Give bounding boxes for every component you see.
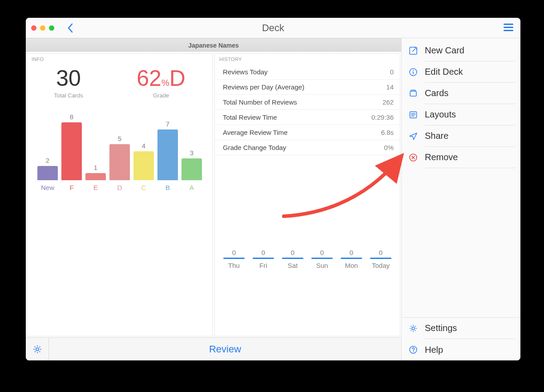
zoom-window-button[interactable] [49, 25, 54, 31]
grade-percent-sign: % [161, 78, 169, 88]
history-row: Total Review Time0:29:36 [215, 110, 400, 125]
share-icon [408, 132, 419, 141]
sidebar-item-settings[interactable]: Settings [402, 318, 520, 339]
history-row-label: Total Number of Reviews [223, 98, 297, 106]
day-label: Fri [252, 262, 275, 269]
info-icon [408, 68, 419, 77]
day-label: Today [369, 262, 392, 269]
sidebar-item-label: Settings [425, 323, 457, 333]
history-row-value: 6.8s [381, 129, 394, 136]
day-value: 0 [310, 249, 334, 256]
bar [181, 158, 202, 180]
day-bar [341, 258, 362, 259]
bar-value-label: 8 [70, 113, 73, 121]
bar [109, 144, 130, 180]
bar [157, 129, 178, 180]
sidebar-item-remove[interactable]: Remove [402, 147, 520, 168]
history-panel-title: HISTORY [215, 54, 400, 65]
bar-a: 3A [181, 149, 203, 191]
day-value: 0 [369, 249, 392, 256]
day-label: Sun [310, 262, 334, 269]
window-title: Deck [26, 22, 520, 34]
sidebar-item-label: Cards [425, 88, 448, 98]
new-card-icon [408, 46, 419, 55]
settings-icon [408, 324, 419, 333]
history-row-label: Total Review Time [223, 113, 277, 121]
svg-point-6 [413, 70, 414, 71]
sidebar-item-label: New Card [425, 45, 464, 56]
grades-bar-chart: 2New8F1E5D4C7B3A [27, 107, 212, 191]
main-content: Japanese Names INFO 30 Total Cards 62%D [26, 38, 401, 360]
remove-icon [408, 153, 419, 162]
back-button[interactable] [67, 23, 74, 33]
grade-value: 62 [137, 66, 161, 91]
history-panel: HISTORY Reviews Today0Reviews per Day (A… [214, 53, 400, 336]
day-value: 0 [340, 249, 363, 256]
bar [61, 122, 82, 180]
grade-label: Grade [137, 92, 185, 99]
bar-f: 8F [60, 113, 83, 191]
svg-rect-0 [504, 24, 513, 25]
bar-value-label: 4 [142, 142, 145, 150]
review-button[interactable]: Review [49, 344, 401, 355]
sidebar-item-edit-deck[interactable]: Edit Deck [402, 61, 520, 83]
svg-rect-8 [410, 91, 416, 96]
bar-d: 5D [109, 135, 131, 191]
day-bar [311, 258, 333, 259]
bar-category-label: B [165, 184, 170, 191]
sidebar-item-new-card[interactable]: New Card [402, 40, 520, 61]
day-column: 0Thu [222, 249, 246, 269]
history-row: Total Number of Reviews262 [215, 95, 400, 110]
history-row-label: Reviews per Day (Average) [223, 83, 304, 91]
bar-value-label: 2 [46, 157, 49, 164]
bar-category-label: New [41, 184, 54, 191]
bar-category-label: C [141, 184, 146, 191]
day-bar [370, 258, 391, 259]
close-window-button[interactable] [31, 25, 36, 31]
total-cards-value: 30 [54, 67, 83, 89]
bar [37, 166, 58, 181]
sidebar-item-cards[interactable]: Cards [402, 83, 520, 104]
history-row-label: Average Review Time [223, 129, 288, 136]
day-column: 0Mon [340, 249, 363, 269]
grade-letter: D [169, 66, 185, 91]
day-column: 0Today [369, 249, 392, 269]
bar-value-label: 7 [166, 120, 169, 128]
bar-b: 7B [157, 120, 179, 191]
history-row-value: 14 [386, 83, 394, 91]
history-row-value: 0:29:36 [371, 113, 394, 121]
sidebar-item-layouts[interactable]: Layouts [402, 104, 520, 125]
info-panel-title: INFO [27, 54, 212, 65]
bar-category-label: A [189, 184, 194, 191]
sidebar-item-label: Help [425, 345, 443, 355]
history-row-value: 262 [383, 98, 394, 106]
sidebar-item-share[interactable]: Share [402, 125, 520, 147]
day-label: Sat [281, 262, 304, 269]
bar-value-label: 5 [118, 135, 121, 142]
minimize-window-button[interactable] [40, 25, 45, 31]
history-row: Reviews per Day (Average)14 [215, 80, 400, 95]
day-value: 0 [281, 249, 304, 256]
grade-stat: 62%D Grade [137, 67, 185, 99]
sidebar-item-label: Edit Deck [425, 67, 463, 77]
history-list: Reviews Today0Reviews per Day (Average)1… [215, 65, 400, 155]
traffic-lights [31, 25, 54, 31]
bar-category-label: E [93, 184, 98, 191]
day-label: Mon [340, 262, 363, 269]
deck-settings-button[interactable] [26, 338, 49, 361]
svg-rect-2 [504, 30, 513, 31]
history-row: Grade Change Today0% [215, 140, 400, 155]
history-row-value: 0 [390, 68, 394, 76]
titlebar: Deck [26, 18, 520, 38]
layouts-icon [408, 110, 419, 119]
svg-point-18 [413, 352, 414, 352]
app-window: Deck Japanese Names INFO 30 Total Cards [26, 18, 520, 360]
day-value: 0 [222, 249, 246, 256]
total-cards-label: Total Cards [54, 92, 83, 99]
sidebar-item-help[interactable]: Help [402, 339, 520, 360]
bottom-toolbar: Review [26, 337, 401, 360]
bar [133, 151, 154, 180]
cards-icon [408, 89, 419, 98]
svg-rect-7 [413, 72, 414, 74]
menu-button[interactable] [503, 22, 514, 32]
